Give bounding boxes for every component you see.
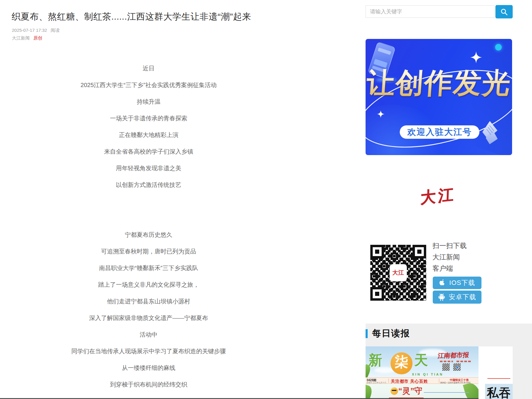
sparkle-icon	[377, 110, 385, 118]
page-title: 织夏布、熬红糖、制红茶......江西这群大学生让非遗“潮”起来	[12, 11, 327, 23]
newspaper-front-page[interactable]: 新 柒 天 XIN QI TIAN 江南都市报 0428期 星期日 乙巳年七月十…	[366, 346, 479, 399]
download-caption-line3: 客户端	[432, 264, 504, 273]
dajiang-logo: 大江	[420, 183, 462, 206]
article-line: 到穿梭于织布机间的经纬交织	[0, 376, 297, 393]
article-body: 近日2025江西大学生“三下乡”社会实践优秀案例征集活动持续升温一场关于非遗传承…	[0, 60, 297, 399]
qr-finder-icon	[370, 287, 384, 301]
article-line: 从一缕缕纤细的麻线	[0, 359, 297, 376]
newspaper-slogan: 关注都市 关心百姓	[391, 379, 428, 384]
daily-section-title: 每日读报	[372, 327, 410, 340]
article-line: 同学们在当地传承人现场展示中学习了夏布织造的关键步骤	[0, 343, 297, 359]
qr-center-logo: 大江	[390, 264, 407, 281]
article-line	[0, 193, 297, 210]
article-line: 用年轻视角发现非遗之美	[0, 160, 297, 176]
article-meta-date: 2025-07-17 17:32 阅读	[12, 28, 60, 33]
page: 织夏布、熬红糖、制红茶......江西这群大学生让非遗“潮”起来 2025-07…	[0, 0, 532, 399]
qr-finder-icon	[413, 245, 426, 258]
banner-headline: 让创作发光	[366, 68, 512, 98]
article-source: 大江新闻	[12, 35, 30, 40]
newspaper-page2-headline: 私吞	[487, 385, 511, 399]
newspaper-sub-headline: “灵”守	[398, 386, 422, 396]
ios-download-label: IOS下载	[449, 278, 475, 287]
newspaper-name-char: 柒	[395, 353, 408, 371]
sun-cartoon-icon	[391, 387, 398, 395]
article-line: 南昌职业大学“赣鄱新禾”三下乡实践队	[0, 260, 297, 276]
newspaper-masthead: 江南都市报	[437, 351, 470, 360]
article-line: 宁都夏布历史悠久	[0, 226, 297, 243]
cyan-dot-decoration	[495, 44, 502, 51]
origin-badge: 原创	[33, 35, 42, 40]
android-download-button[interactable]: 安卓下载	[433, 291, 481, 304]
article-line: 活动中	[0, 326, 297, 343]
article-line: 深入了解国家级非物质文化遗产——宁都夏布	[0, 310, 297, 326]
article-line: 他们走进宁都县东山坝镇小源村	[0, 293, 297, 310]
article-line: 近日	[0, 60, 297, 77]
article-line: 一场关于非遗传承的青春探索	[0, 110, 297, 127]
newspaper-lower-area: “灵”守	[366, 384, 479, 399]
masthead-small-text-decoration	[440, 361, 453, 362]
article-line: 持续升温	[0, 93, 297, 110]
newspaper-rule-line	[424, 392, 469, 393]
newspaper-second-page[interactable]: 私吞	[485, 346, 513, 399]
download-qr-code: 大江	[369, 243, 428, 302]
leaf-decoration	[463, 381, 479, 399]
article-line: 来自全省各高校的学子们深入乡镇	[0, 143, 297, 160]
ios-download-button[interactable]: IOS下载	[433, 277, 481, 289]
daily-section-accent-bar	[366, 329, 368, 338]
android-download-label: 安卓下载	[449, 293, 476, 302]
newspaper-name-char: 天	[414, 351, 428, 370]
article-line: 2025江西大学生“三下乡”社会实践优秀案例征集活动	[0, 77, 297, 93]
read-label: 阅读	[51, 28, 60, 33]
article-line: 正在赣鄱大地精彩上演	[0, 127, 297, 143]
newspaper-info-band: 0428期 星期日 乙巳年七月十六 关注都市 关心百姓 中国报业三十强 国内统一…	[366, 377, 479, 384]
search-button[interactable]	[495, 5, 513, 18]
download-caption-line2: 大江新闻	[432, 253, 504, 262]
newspaper-pinyin: XIN QI TIAN	[412, 373, 443, 376]
android-icon	[438, 293, 445, 301]
article-date: 2025-07-17 17:32	[12, 28, 47, 33]
article-meta-source: 大江新闻 原创	[12, 35, 42, 41]
search-icon	[500, 8, 508, 16]
daily-paper-card: 新 柒 天 XIN QI TIAN 江南都市报 0428期 星期日 乙巳年七月十…	[366, 346, 513, 399]
newspaper-name-char: 新	[369, 351, 382, 370]
article-line: 以创新方式激活传统技艺	[0, 176, 297, 193]
newspaper-rule-line	[487, 378, 510, 379]
banner-join-pill[interactable]: 欢迎入驻大江号	[400, 125, 479, 139]
apple-icon	[439, 279, 446, 287]
search-input[interactable]	[366, 5, 495, 18]
download-caption-line1: 扫一扫下载	[432, 241, 504, 250]
article-line: 可追溯至春秋时期，唐时已列为贡品	[0, 243, 297, 260]
newspaper-qr-icon	[453, 363, 461, 371]
leaf-decoration	[366, 385, 374, 399]
newspaper-headline-block: 私吞	[485, 384, 513, 399]
sparkle-icon	[470, 51, 482, 63]
masthead-small-text-decoration	[457, 361, 472, 362]
article-line	[0, 210, 297, 226]
newspaper-qr-icon	[442, 363, 450, 371]
promo-banner[interactable]: 让创作发光 欢迎入驻大江号	[366, 39, 512, 155]
qr-finder-icon	[370, 245, 384, 258]
article-line: 踏上了一场意义非凡的文化探寻之旅，	[0, 276, 297, 293]
